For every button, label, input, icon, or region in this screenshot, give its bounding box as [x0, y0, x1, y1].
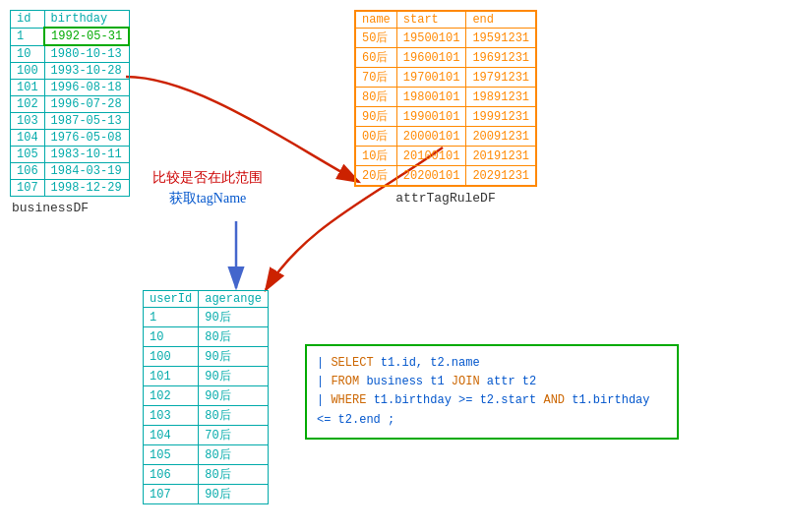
cell-birthday: 1980-10-13	[44, 45, 129, 63]
cell-name: 70后	[355, 68, 396, 88]
table-row: 100 90后	[144, 347, 269, 367]
table-row: 50后 19500101 19591231	[355, 29, 536, 48]
cell-id: 105	[11, 147, 45, 163]
col-birthday-header: birthday	[44, 11, 129, 29]
table-row: 80后 19800101 19891231	[355, 88, 536, 107]
cell-userid: 105	[144, 445, 199, 465]
cell-userid: 106	[144, 465, 199, 485]
cell-name: 60后	[355, 48, 396, 68]
col-name-header: name	[355, 11, 396, 29]
cell-name: 80后	[355, 88, 396, 107]
cell-id: 103	[11, 113, 45, 130]
annotation-line1: 比较是否在此范围	[152, 167, 263, 188]
cell-start: 20200101	[396, 166, 466, 187]
cell-start: 20000101	[396, 127, 466, 147]
table-row: 10 80后	[144, 327, 269, 347]
table-row: 1 1992-05-31	[11, 28, 130, 45]
table-header-row: userId agerange	[144, 291, 269, 308]
cell-end: 19691231	[466, 48, 536, 68]
table-row: 101 1996-08-18	[11, 80, 130, 96]
cell-end: 19891231	[466, 88, 536, 107]
col-userid-header: userId	[144, 291, 199, 308]
cell-agerange: 90后	[199, 485, 269, 504]
cell-birthday: 1993-10-28	[44, 63, 129, 80]
cell-birthday: 1976-05-08	[44, 130, 129, 147]
cell-birthday: 1996-07-28	[44, 96, 129, 113]
cell-end: 19791231	[466, 68, 536, 88]
cell-birthday-highlighted: 1992-05-31	[44, 28, 129, 45]
cell-id: 1	[11, 28, 45, 45]
cell-agerange: 90后	[199, 347, 269, 367]
cell-userid: 107	[144, 485, 199, 504]
cell-birthday: 1987-05-13	[44, 113, 129, 130]
table-row: 106 1984-03-19	[11, 163, 130, 180]
cell-id: 102	[11, 96, 45, 113]
col-start-header: start	[396, 11, 466, 29]
table-row: 20后 20200101 20291231	[355, 166, 536, 187]
sql-select-cols: t1.id, t2.name	[381, 356, 480, 370]
col-agerange-header: agerange	[199, 291, 269, 308]
table-row: 105 80后	[144, 445, 269, 465]
business-table: id birthday 1 1992-05-31 10 1980-10-13 1…	[10, 10, 130, 197]
attr-df-label: attrTagRuleDF	[354, 191, 537, 206]
cell-id: 10	[11, 45, 45, 63]
cell-start: 19600101	[396, 48, 466, 68]
cell-id: 107	[11, 180, 45, 197]
cell-name: 20后	[355, 166, 396, 187]
cell-agerange: 90后	[199, 308, 269, 327]
sql-from-tables: business t1	[366, 375, 451, 388]
cell-name: 00后	[355, 127, 396, 147]
table-row: 1 90后	[144, 308, 269, 327]
attr-table: name start end 50后 19500101 19591231 60后…	[354, 10, 537, 187]
table-row: 103 1987-05-13	[11, 113, 130, 130]
cell-start: 20100101	[396, 147, 466, 166]
table-row: 70后 19700101 19791231	[355, 68, 536, 88]
col-id-header: id	[11, 11, 45, 29]
cell-birthday: 1996-08-18	[44, 80, 129, 96]
sql-pipe: |	[317, 356, 331, 370]
business-df-label: businessDF	[12, 201, 130, 215]
cell-start: 19800101	[396, 88, 466, 107]
cell-id: 104	[11, 130, 45, 147]
cell-name: 90后	[355, 107, 396, 127]
cell-userid: 10	[144, 327, 199, 347]
table-header-row: name start end	[355, 11, 536, 29]
table-row: 105 1983-10-11	[11, 147, 130, 163]
table-row: 90后 19900101 19991231	[355, 107, 536, 127]
result-df: userId agerange 1 90后 10 80后 100 90后 101	[143, 290, 269, 504]
table-row: 107 1998-12-29	[11, 180, 130, 197]
table-row: 107 90后	[144, 485, 269, 504]
business-df: id birthday 1 1992-05-31 10 1980-10-13 1…	[10, 10, 130, 215]
main-container: id birthday 1 1992-05-31 10 1980-10-13 1…	[0, 0, 787, 532]
annotation-line2: 获取tagName	[152, 188, 263, 208]
cell-agerange: 90后	[199, 367, 269, 386]
cell-id: 106	[11, 163, 45, 180]
cell-name: 50后	[355, 29, 396, 48]
cell-agerange: 90后	[199, 386, 269, 406]
sql-pipe2: |	[317, 375, 331, 388]
cell-birthday: 1983-10-11	[44, 147, 129, 163]
sql-join-table: attr t2	[487, 375, 536, 388]
table-row: 10 1980-10-13	[11, 45, 130, 63]
table-row: 102 90后	[144, 386, 269, 406]
cell-agerange: 80后	[199, 327, 269, 347]
table-row: 10后 20100101 20191231	[355, 147, 536, 166]
sql-line-3: | WHERE t1.birthday >= t2.start AND t1.b…	[317, 391, 667, 429]
table-row: 104 70后	[144, 426, 269, 445]
sql-select-keyword: SELECT	[331, 356, 373, 370]
sql-where-keyword: WHERE	[331, 393, 366, 407]
annotation-text: 比较是否在此范围 获取tagName	[152, 167, 263, 208]
cell-userid: 104	[144, 426, 199, 445]
cell-end: 19591231	[466, 29, 536, 48]
sql-pipe3: |	[317, 393, 331, 407]
table-row: 106 80后	[144, 465, 269, 485]
sql-box: | SELECT t1.id, t2.name | FROM business …	[305, 344, 679, 440]
table-row: 103 80后	[144, 406, 269, 426]
cell-birthday: 1998-12-29	[44, 180, 129, 197]
cell-userid: 100	[144, 347, 199, 367]
cell-end: 20191231	[466, 147, 536, 166]
cell-agerange: 70后	[199, 426, 269, 445]
attr-df: name start end 50后 19500101 19591231 60后…	[354, 10, 537, 206]
table-row: 104 1976-05-08	[11, 130, 130, 147]
sql-line-1: | SELECT t1.id, t2.name	[317, 354, 667, 373]
